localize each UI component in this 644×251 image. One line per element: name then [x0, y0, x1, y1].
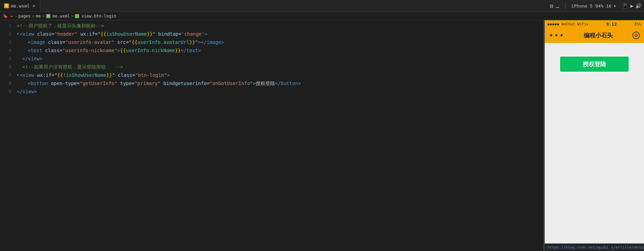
code-line-9: </view> — [15, 87, 543, 96]
tab-me-wxml[interactable]: M me.wxml × — [0, 0, 40, 12]
breadcrumb-symbol[interactable]: view.btn-login — [81, 14, 116, 19]
breadcrumb-bar: 🔖 ← → pages > me > W me.wxml > ◇ view.bt… — [0, 12, 644, 20]
more-options-icon[interactable]: … — [556, 3, 559, 9]
divider-v — [565, 2, 566, 9]
url-text: https://blog.csdn.net/qushi_s/article/de… — [547, 245, 644, 250]
play-icon[interactable]: ▶ — [631, 3, 633, 9]
code-comment-1: <!--用户授权了，就显示头像和昵称--> — [17, 22, 104, 30]
breadcrumb-symbol-icon: ◇ — [75, 14, 79, 18]
code-line-4: <text class="userinfo-nickname">{{userIn… — [15, 46, 543, 55]
device-label: iPhone 5 94% 16 — [571, 3, 611, 9]
code-container: 1 2 3 4 5 6 7 8 9 <!--用户授权了，就显示头像和昵称--> … — [0, 20, 543, 251]
breadcrumb-pages[interactable]: pages — [18, 14, 30, 19]
tab-close-button[interactable]: × — [32, 2, 36, 9]
bottom-url-bar: https://blog.csdn.net/qushi_s/article/de… — [545, 243, 644, 251]
breadcrumb-back[interactable]: ← — [11, 14, 13, 19]
breadcrumb-me[interactable]: me — [36, 14, 41, 19]
code-line-7: ▾ <view wx:if="{{!isShowUserName}}" clas… — [15, 71, 543, 79]
wifi-icon: WiFi▾ — [577, 22, 589, 26]
line-num-9: 9 — [9, 87, 11, 96]
toolbar-right: ⊟ … — [546, 3, 563, 9]
auth-login-button[interactable]: 授权登陆 — [560, 57, 629, 72]
editor-area[interactable]: 1 2 3 4 5 6 7 8 9 <!--用户授权了，就显示头像和昵称--> … — [0, 20, 543, 251]
breadcrumb-sep2: > — [42, 14, 45, 19]
breadcrumb-file[interactable]: me.wxml — [53, 14, 70, 19]
code-line-3: <image class="userinfo-avatar" src="{{us… — [15, 38, 543, 46]
bookmark-icon[interactable]: 🔖 — [3, 14, 8, 19]
tab-area: M me.wxml × — [0, 0, 40, 12]
code-tag-2a: < — [20, 30, 23, 38]
breadcrumb-wxml-icon: W — [46, 14, 50, 18]
line-num-7: 7 — [9, 71, 11, 79]
line-num-6: 6 — [9, 63, 11, 71]
line-num-5: 5 — [9, 55, 11, 63]
phone-icon[interactable]: 📱 — [622, 3, 629, 9]
nav-camera-icon[interactable] — [632, 32, 640, 39]
nav-title: 编程小石头 — [584, 32, 613, 39]
line-num-2: 2 — [9, 30, 11, 38]
svg-point-1 — [636, 35, 637, 36]
phone-nav-bar: ••• 编程小石头 — [545, 28, 644, 43]
code-line-8: <button open-type="getUserInfo" type="pr… — [15, 79, 543, 87]
phone-time: 9:12 — [606, 22, 617, 27]
carrier-label: WeChat — [561, 22, 575, 26]
phone-status-bar: ●●●●● WeChat WiFi▾ 9:12 85% — [545, 20, 644, 28]
line-num-3: 3 — [9, 38, 11, 46]
device-icons: 📱 ▶ 🔊 — [619, 3, 644, 9]
line-num-8: 8 — [9, 79, 11, 87]
code-line-2: ▾ <view class="header" wx:if="{{isShowUs… — [15, 30, 543, 38]
code-line-1: <!--用户授权了，就显示头像和昵称--> — [15, 22, 543, 30]
breadcrumb-forward[interactable]: → — [14, 14, 17, 19]
tab-filename: me.wxml — [11, 3, 30, 9]
phone-signal: ●●●●● WeChat WiFi▾ — [547, 22, 589, 26]
code-line-5: </view> — [15, 55, 543, 63]
phone-simulator: ●●●●● WeChat WiFi▾ 9:12 85% ••• 编程小石头 — [545, 20, 644, 243]
code-line-6: <!--如果用户没有授权，显示登陆按钮 --> — [15, 63, 543, 71]
nav-dots[interactable]: ••• — [549, 31, 565, 40]
line-num-1: 1 — [9, 22, 11, 30]
device-selector[interactable]: iPhone 5 94% 16 ▾ — [568, 3, 619, 9]
line-num-4: 4 — [9, 46, 11, 55]
split-editor-icon[interactable]: ⊟ — [550, 3, 553, 9]
main-area: 1 2 3 4 5 6 7 8 9 <!--用户授权了，就显示头像和昵称--> … — [0, 20, 644, 251]
line-numbers: 1 2 3 4 5 6 7 8 9 — [0, 20, 15, 251]
breadcrumb-sep3: > — [71, 14, 74, 19]
device-dropdown-arrow: ▾ — [614, 3, 616, 9]
top-bar: M me.wxml × ⊟ … iPhone 5 94% 16 ▾ 📱 ▶ 🔊 — [0, 0, 644, 12]
collapse-7[interactable]: ▾ — [17, 71, 19, 79]
tab-file-icon: M — [4, 3, 9, 8]
signal-dots: ●●●●● — [547, 22, 559, 26]
code-lines[interactable]: <!--用户授权了，就显示头像和昵称--> ▾ <view class="hea… — [15, 20, 543, 251]
phone-content: 授权登陆 — [545, 43, 644, 243]
phone-battery: 85% — [634, 22, 641, 26]
breadcrumb-sep1: > — [32, 14, 35, 19]
collapse-2[interactable]: ▾ — [17, 30, 19, 38]
preview-panel: ●●●●● WeChat WiFi▾ 9:12 85% ••• 编程小石头 — [545, 20, 644, 251]
speaker-icon[interactable]: 🔊 — [635, 3, 641, 9]
